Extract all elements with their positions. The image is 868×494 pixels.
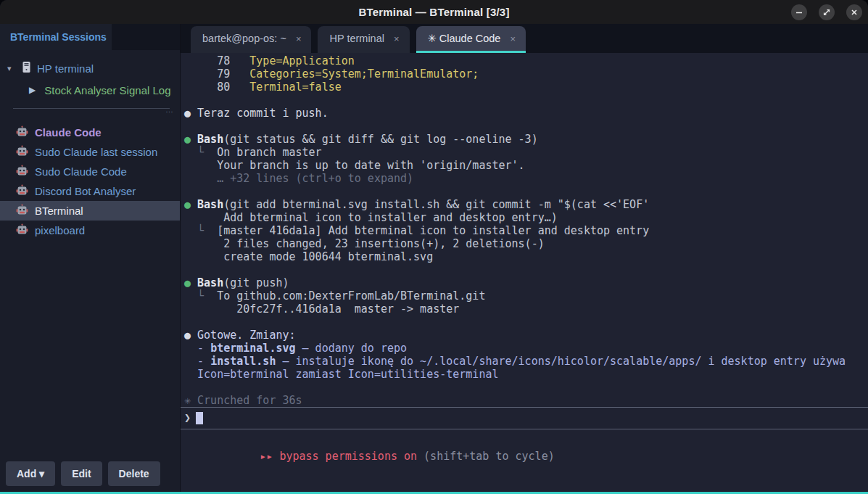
session-item-sudo-claude-code[interactable]: Sudo Claude Code: [0, 162, 180, 181]
robot-icon: [16, 145, 28, 160]
play-icon: ▶: [29, 85, 36, 95]
edit-button[interactable]: Edit: [61, 461, 102, 486]
terminal-line: [181, 316, 868, 329]
tab-label: HP terminal: [329, 33, 384, 44]
terminal-line: ● Bash(git add bterminal.svg install.sh …: [181, 198, 868, 211]
session-label: Claude Code: [35, 126, 102, 139]
tree-item-label: HP terminal: [37, 62, 94, 75]
permission-mode-text: bypass permissions on: [279, 450, 417, 463]
session-label: BTerminal: [35, 205, 83, 217]
window-controls: [791, 4, 862, 20]
permission-hint-text: (shift+tab to cycle): [417, 450, 555, 463]
robot-icon: [16, 204, 28, 218]
session-item-bterminal[interactable]: BTerminal: [0, 201, 180, 221]
session-label: Sudo Claude last session: [35, 146, 157, 158]
terminal-line: ✳ Crunched for 36s: [181, 394, 868, 407]
computer-icon: [22, 61, 31, 76]
prompt-chevron-icon: ❯: [184, 411, 191, 424]
terminal-line: 78 Type=Application: [181, 54, 868, 67]
session-item-sudo-claude-last-session[interactable]: Sudo Claude last session: [0, 142, 180, 162]
sidebar-divider: …: [13, 108, 170, 114]
terminal-line: 20fc27f..416da1a master -> master: [181, 302, 868, 316]
robot-icon: [16, 165, 28, 179]
terminal-line: create mode 100644 bterminal.svg: [181, 250, 868, 263]
text-cursor: [196, 412, 203, 424]
terminal-line: [181, 381, 868, 394]
tab-close-icon[interactable]: ×: [393, 33, 400, 44]
tree-item-hp-terminal[interactable]: ▾ HP terminal: [0, 57, 180, 79]
tab-close-icon[interactable]: ×: [295, 33, 302, 44]
session-label: Discord Bot Analyser: [35, 185, 136, 197]
terminal-line: [181, 185, 868, 198]
terminal-line: └ [master 416da1a] Add bterminal icon to…: [181, 224, 868, 237]
terminal-line: └ To github.com:DexterFromLab/BTerminal.…: [181, 289, 868, 302]
tab-hp-terminal[interactable]: HP terminal×: [318, 26, 409, 53]
session-tree: ▾ HP terminal ▶ Stock Analyser Signal Lo…: [0, 50, 180, 240]
robot-icon: [16, 184, 28, 199]
minimize-button[interactable]: [791, 4, 807, 20]
terminal-line: ● Gotowe. Zmiany:: [181, 329, 868, 342]
terminal-line: 79 Categories=System;TerminalEmulator;: [181, 67, 868, 81]
sidebar-header: BTerminal Sessions: [0, 24, 180, 50]
terminal-line: 2 files changed, 23 insertions(+), 2 del…: [181, 237, 868, 250]
terminal-line: Add bterminal icon to installer and desk…: [181, 211, 868, 224]
robot-icon: [16, 125, 28, 140]
tab-label: ✳ Claude Code: [428, 33, 501, 44]
tree-item-label: Stock Analyser Signal Log: [44, 84, 170, 96]
sidebar-header-tab: BTerminal Sessions: [0, 24, 112, 50]
terminal-line: [181, 263, 868, 276]
delete-button[interactable]: Delete: [108, 461, 160, 486]
tab-claude-code[interactable]: ✳ Claude Code×: [416, 26, 526, 53]
title-bar: BTerminal — BTerminal [3/3]: [0, 0, 868, 24]
main-area: bartek@pop-os: ~×HP terminal×✳ Claude Co…: [181, 24, 868, 492]
maximize-button[interactable]: [819, 4, 835, 20]
add-button[interactable]: Add ▾: [6, 461, 55, 486]
close-icon: [850, 8, 859, 17]
session-item-pixelboard[interactable]: pixelboard: [0, 221, 180, 240]
window-title: BTerminal — BTerminal [3/3]: [358, 6, 509, 18]
double-arrow-icon: ▸▸: [260, 450, 279, 463]
session-label: Sudo Claude Code: [35, 165, 127, 178]
minimize-icon: [795, 8, 803, 17]
terminal-line: Icon=bterminal zamiast Icon=utilities-te…: [181, 368, 868, 381]
terminal-view[interactable]: 78 Type=Application 79 Categories=System…: [181, 53, 868, 492]
tab-bartek-pop-os[interactable]: bartek@pop-os: ~×: [191, 26, 311, 53]
tab-close-icon[interactable]: ×: [509, 33, 516, 44]
divider-ellipsis-icon: …: [165, 105, 174, 114]
tab-label: bartek@pop-os: ~: [202, 33, 286, 44]
permissions-status-line: ▸▸ bypass permissions on (shift+tab to c…: [181, 429, 868, 476]
terminal-line: [181, 120, 868, 133]
terminal-line: [181, 94, 868, 107]
terminal-line: └ On branch master: [181, 146, 868, 159]
app-window: BTerminal — BTerminal [3/3]: [0, 0, 868, 494]
terminal-output: 78 Type=Application 79 Categories=System…: [181, 54, 868, 407]
tree-item-stock-analyser-signal-log[interactable]: ▶ Stock Analyser Signal Log: [0, 79, 180, 101]
session-item-discord-bot-analyser[interactable]: Discord Bot Analyser: [0, 181, 180, 201]
sidebar-title: BTerminal Sessions: [10, 31, 107, 43]
terminal-line: ● Bash(git status && git diff && git log…: [181, 133, 868, 146]
terminal-line: Your branch is up to date with 'origin/m…: [181, 159, 868, 172]
sidebar-button-row: Add ▾EditDelete: [6, 461, 160, 486]
chevron-down-icon[interactable]: ▾: [7, 64, 16, 73]
terminal-line: ● Teraz commit i push.: [181, 107, 868, 120]
session-list: Claude CodeSudo Claude last sessionSudo …: [0, 123, 180, 240]
session-item-claude-code[interactable]: Claude Code: [0, 123, 180, 142]
sessions-sidebar: BTerminal Sessions ▾ HP terminal: [0, 24, 181, 492]
tab-bar: bartek@pop-os: ~×HP terminal×✳ Claude Co…: [181, 24, 868, 53]
close-button[interactable]: [846, 4, 862, 20]
prompt-box[interactable]: ❯: [181, 407, 868, 429]
terminal-line: - install.sh — instaluje ikonę do ~/.loc…: [181, 355, 868, 368]
session-label: pixelboard: [35, 224, 85, 236]
terminal-line: … +32 lines (ctrl+o to expand): [181, 172, 868, 185]
terminal-line: - bterminal.svg — dodany do repo: [181, 342, 868, 355]
terminal-line: ● Bash(git push): [181, 276, 868, 289]
maximize-icon: [822, 8, 831, 17]
terminal-line: 80 Terminal=false: [181, 81, 868, 94]
robot-icon: [16, 223, 28, 238]
